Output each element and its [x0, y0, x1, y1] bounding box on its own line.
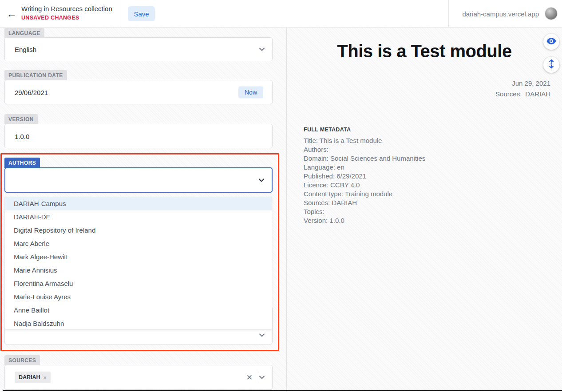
dropdown-option[interactable]: Anne Baillot [5, 304, 272, 317]
field-control-divider [256, 372, 256, 383]
tag-label: DARIAH [19, 374, 40, 380]
preview-sources-value: DARIAH [525, 90, 550, 98]
unsaved-changes-status: UNSAVED CHANGES [21, 15, 112, 21]
metadata-line: Topics: [304, 207, 425, 216]
preview-toggle-button[interactable] [543, 34, 559, 50]
dropdown-option[interactable]: Mark Algee-Hewitt [5, 250, 272, 264]
panel-divider [286, 28, 287, 392]
metadata-line: Title: This is a Test module [304, 136, 425, 145]
publication-date-field[interactable]: 29/06/2021 Now [4, 80, 273, 104]
authors-label: AUTHORS [4, 158, 40, 168]
scroll-sync-button[interactable] [543, 57, 559, 73]
publication-date-value: 29/06/2021 [15, 88, 48, 96]
chevron-down-icon[interactable] [257, 176, 265, 184]
clear-field-icon[interactable]: ✕ [246, 374, 253, 381]
save-button[interactable]: Save [128, 6, 155, 21]
dropdown-option[interactable]: Florentina Armaselu [5, 277, 272, 290]
preview-date: Jun 29, 2021 [512, 79, 550, 87]
authors-field[interactable] [4, 167, 273, 193]
collection-title: Writing in Resources collection [21, 5, 112, 12]
metadata-line: Licence: CCBY 4.0 [304, 181, 425, 190]
eye-icon [546, 38, 556, 46]
avatar[interactable] [545, 7, 558, 20]
preview-sources-label: Sources: [495, 90, 522, 98]
language-value: English [15, 46, 36, 53]
dropdown-option[interactable]: Marie-Louise Ayres [5, 290, 272, 304]
dropdown-option[interactable]: DARIAH-DE [5, 210, 272, 224]
dropdown-option[interactable]: Nadja Baldszuhn [5, 317, 272, 330]
dropdown-option[interactable]: Digital Repository of Ireland [5, 224, 272, 237]
up-down-arrows-icon [546, 59, 556, 71]
language-field[interactable]: English [4, 37, 273, 61]
version-label: VERSION [4, 114, 38, 124]
sources-field[interactable]: DARIAH × ✕ [4, 365, 273, 390]
tag-chip: DARIAH × [15, 372, 51, 383]
version-field[interactable]: 1.0.0 [4, 124, 273, 148]
topbar-divider-right [448, 0, 449, 28]
metadata-line: Domain: Social Sciences and Humanities [304, 154, 425, 163]
top-bar: ← Writing in Resources collection UNSAVE… [0, 0, 562, 28]
dropdown-option[interactable]: Marie Annisius [5, 264, 272, 277]
metadata-line: Sources: DARIAH [304, 198, 425, 207]
metadata-list: Title: This is a Test moduleAuthors:Doma… [304, 136, 425, 225]
metadata-line: Published: 6/29/2021 [304, 172, 425, 181]
publication-date-label: PUBLICATION DATE [4, 70, 67, 80]
sources-tags: DARIAH × [15, 372, 51, 383]
chevron-down-icon[interactable] [258, 373, 266, 381]
authors-dropdown: DARIAH-CampusDARIAH-DEDigital Repository… [4, 197, 272, 330]
metadata-line: Content type: Training module [304, 190, 425, 198]
bottom-edge-line [3, 390, 562, 391]
language-label: LANGUAGE [4, 28, 44, 38]
now-button[interactable]: Now [238, 86, 263, 98]
dropdown-option[interactable]: DARIAH-Campus [5, 197, 272, 210]
dropdown-option[interactable]: Marc Aberle [5, 237, 272, 250]
chevron-down-icon[interactable] [258, 45, 266, 53]
back-arrow-icon[interactable]: ← [5, 8, 18, 20]
version-value: 1.0.0 [15, 132, 29, 140]
site-url-label[interactable]: dariah-campus.vercel.app [462, 10, 539, 18]
preview-sources-line: Sources:DARIAH [495, 90, 550, 98]
topbar-titles: Writing in Resources collection UNSAVED … [21, 5, 112, 21]
cms-editor-page: ← Writing in Resources collection UNSAVE… [0, 0, 562, 392]
metadata-line: Version: 1.0.0 [304, 216, 425, 225]
chevron-down-icon[interactable] [258, 331, 266, 339]
preview-page-title: This is a Test module [287, 41, 562, 61]
sources-label: SOURCES [4, 355, 40, 365]
tag-remove-icon[interactable]: × [44, 374, 47, 381]
topbar-divider-left [120, 0, 120, 28]
metadata-line: Language: en [304, 163, 425, 172]
metadata-line: Authors: [304, 145, 425, 154]
full-metadata-heading: FULL METADATA [304, 127, 351, 133]
